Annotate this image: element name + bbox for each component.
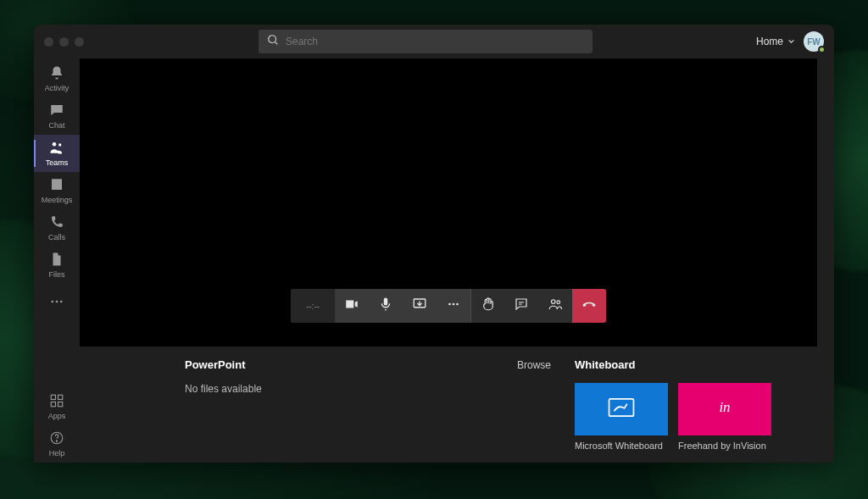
apps-icon bbox=[49, 393, 64, 410]
search-box[interactable] bbox=[259, 30, 593, 53]
call-controls: --:-- bbox=[291, 289, 606, 323]
svg-point-2 bbox=[58, 143, 61, 146]
svg-point-3 bbox=[51, 301, 53, 303]
sidebar-item-label: Help bbox=[49, 449, 65, 457]
org-switcher[interactable]: Home bbox=[756, 36, 795, 47]
svg-rect-8 bbox=[51, 402, 55, 407]
whiteboard-title: Whiteboard bbox=[575, 358, 636, 371]
avatar-initials: FW bbox=[807, 37, 821, 47]
svg-text:in: in bbox=[719, 399, 730, 415]
ellipsis-icon bbox=[49, 294, 64, 311]
sidebar-item-label: Meetings bbox=[42, 196, 73, 204]
hand-icon bbox=[481, 297, 496, 315]
window-controls bbox=[44, 37, 84, 47]
whiteboard-invision-tile[interactable]: in bbox=[678, 383, 771, 435]
bell-icon bbox=[49, 65, 64, 82]
share-tray: PowerPoint Browse No files available Whi… bbox=[80, 347, 834, 457]
svg-point-15 bbox=[456, 303, 459, 306]
window-close[interactable] bbox=[44, 37, 53, 47]
sidebar-item-label: Activity bbox=[45, 84, 70, 92]
sidebar-item-apps[interactable]: Apps bbox=[34, 388, 80, 425]
svg-rect-7 bbox=[58, 395, 63, 399]
sidebar-item-help[interactable]: Help bbox=[34, 425, 80, 463]
svg-point-1 bbox=[53, 142, 57, 147]
sidebar-more[interactable] bbox=[34, 284, 80, 321]
people-icon bbox=[548, 297, 563, 315]
app-sidebar: Activity Chat Teams Meetings Calls Files bbox=[34, 58, 80, 463]
ellipsis-icon bbox=[446, 297, 461, 315]
window-zoom[interactable] bbox=[75, 37, 84, 47]
hangup-icon bbox=[581, 297, 597, 315]
whiteboard-icon bbox=[607, 396, 636, 423]
app-window: Home FW Activity Chat Teams bbox=[34, 25, 834, 463]
hangup-button[interactable] bbox=[572, 289, 606, 323]
sidebar-item-meetings[interactable]: Meetings bbox=[34, 172, 80, 209]
powerpoint-empty-text: No files available bbox=[185, 383, 575, 395]
sidebar-item-label: Teams bbox=[46, 158, 69, 167]
titlebar: Home FW bbox=[34, 25, 834, 58]
phone-icon bbox=[49, 214, 64, 231]
avatar[interactable]: FW bbox=[804, 31, 824, 52]
mic-toggle[interactable] bbox=[369, 289, 403, 323]
sidebar-item-label: Calls bbox=[48, 233, 65, 241]
svg-point-11 bbox=[56, 441, 57, 441]
svg-point-4 bbox=[56, 301, 58, 303]
main-area: --:-- bbox=[80, 58, 834, 463]
whiteboard-microsoft-tile[interactable] bbox=[575, 383, 668, 435]
chevron-down-icon bbox=[787, 36, 795, 47]
whiteboard-invision-label: Freehand by InVision bbox=[678, 441, 771, 451]
sidebar-item-files[interactable]: Files bbox=[34, 247, 80, 284]
share-whiteboard-section: Whiteboard Microsoft Whiteboard in bbox=[575, 358, 814, 457]
file-icon bbox=[49, 252, 64, 269]
chat-icon bbox=[49, 103, 64, 119]
svg-point-16 bbox=[552, 300, 556, 304]
presence-indicator bbox=[818, 46, 826, 53]
calendar-icon bbox=[49, 177, 64, 194]
svg-point-17 bbox=[557, 301, 560, 304]
sidebar-item-calls[interactable]: Calls bbox=[34, 209, 80, 247]
svg-point-13 bbox=[448, 303, 451, 306]
window-minimize[interactable] bbox=[59, 37, 69, 47]
svg-point-5 bbox=[60, 301, 63, 303]
raise-hand-button[interactable] bbox=[470, 289, 504, 323]
svg-point-14 bbox=[453, 303, 455, 306]
meeting-chat-button[interactable] bbox=[504, 289, 538, 323]
search-input[interactable] bbox=[286, 36, 584, 47]
sidebar-item-teams[interactable]: Teams bbox=[34, 135, 80, 172]
share-button[interactable] bbox=[403, 289, 437, 323]
org-label: Home bbox=[756, 36, 783, 47]
sidebar-item-chat[interactable]: Chat bbox=[34, 97, 80, 135]
share-icon bbox=[412, 297, 427, 315]
more-actions-button[interactable] bbox=[437, 289, 470, 323]
camera-toggle[interactable] bbox=[335, 289, 369, 323]
help-icon bbox=[49, 430, 64, 447]
search-icon bbox=[267, 34, 279, 49]
share-powerpoint-section: PowerPoint Browse No files available bbox=[185, 358, 575, 457]
browse-button[interactable]: Browse bbox=[517, 359, 551, 371]
whiteboard-microsoft-label: Microsoft Whiteboard bbox=[575, 441, 668, 451]
sidebar-item-label: Files bbox=[48, 270, 64, 279]
nav-arrows bbox=[228, 36, 240, 48]
call-timer: --:-- bbox=[291, 289, 335, 323]
sidebar-item-label: Apps bbox=[48, 412, 66, 420]
invision-icon: in bbox=[710, 396, 739, 423]
participants-button[interactable] bbox=[538, 289, 572, 323]
teams-icon bbox=[49, 140, 64, 157]
video-stage: --:-- bbox=[80, 58, 817, 347]
svg-point-0 bbox=[269, 36, 276, 43]
sidebar-item-label: Chat bbox=[48, 121, 64, 130]
svg-rect-9 bbox=[58, 402, 63, 407]
mic-icon bbox=[378, 297, 393, 315]
sidebar-item-activity[interactable]: Activity bbox=[34, 60, 80, 97]
chat-bubble-icon bbox=[514, 297, 529, 315]
powerpoint-title: PowerPoint bbox=[185, 358, 246, 371]
svg-rect-6 bbox=[51, 395, 55, 399]
camera-icon bbox=[344, 297, 359, 315]
